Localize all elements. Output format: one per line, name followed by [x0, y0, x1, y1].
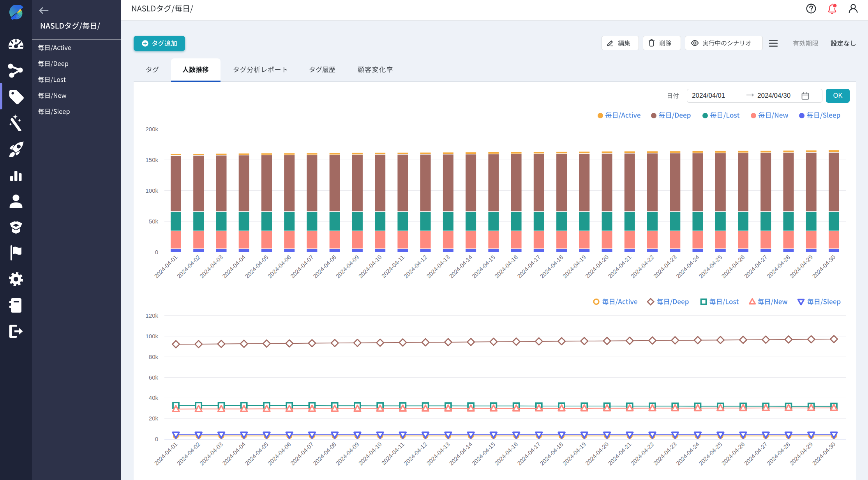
svg-text:2024-04-08: 2024-04-08 [312, 441, 337, 466]
svg-text:2024-04-09: 2024-04-09 [334, 441, 360, 466]
svg-text:0: 0 [155, 436, 158, 442]
svg-text:2024-04-29: 2024-04-29 [788, 254, 814, 280]
svg-text:2024-04-12: 2024-04-12 [402, 441, 428, 466]
svg-text:2024-04-19: 2024-04-19 [561, 254, 587, 280]
svg-text:2024-04-10: 2024-04-10 [357, 254, 383, 280]
svg-text:120k: 120k [145, 312, 158, 319]
svg-text:2024-04-25: 2024-04-25 [697, 254, 723, 280]
svg-text:2024-04-27: 2024-04-27 [743, 441, 769, 466]
svg-text:2024-04-01: 2024-04-01 [153, 441, 178, 466]
svg-text:2024-04-02: 2024-04-02 [176, 441, 201, 466]
svg-text:2024-04-25: 2024-04-25 [697, 441, 723, 466]
svg-text:2024-04-20: 2024-04-20 [584, 254, 610, 280]
svg-text:20k: 20k [149, 415, 159, 422]
svg-text:2024-04-30: 2024-04-30 [811, 441, 836, 466]
svg-text:2024-04-12: 2024-04-12 [402, 254, 428, 280]
svg-text:60k: 60k [149, 374, 159, 381]
svg-text:2024-04-26: 2024-04-26 [720, 441, 746, 466]
svg-text:2024-04-21: 2024-04-21 [607, 254, 632, 280]
svg-text:2024-04-11: 2024-04-11 [380, 254, 406, 279]
svg-text:0: 0 [155, 249, 158, 255]
svg-text:2024-04-15: 2024-04-15 [471, 254, 496, 280]
svg-text:2024-04-07: 2024-04-07 [289, 441, 315, 466]
svg-text:2024-04-18: 2024-04-18 [538, 441, 564, 466]
svg-text:2024-04-28: 2024-04-28 [766, 441, 791, 466]
svg-text:2024-04-05: 2024-04-05 [243, 441, 269, 466]
svg-text:2024-04-26: 2024-04-26 [720, 254, 746, 280]
svg-text:2024-04-22: 2024-04-22 [629, 254, 655, 280]
svg-text:2024-04-22: 2024-04-22 [629, 441, 655, 466]
svg-text:2024-04-13: 2024-04-13 [425, 441, 451, 466]
svg-text:2024-04-27: 2024-04-27 [743, 254, 769, 280]
svg-text:2024-04-17: 2024-04-17 [516, 254, 542, 280]
svg-text:2024-04-06: 2024-04-06 [266, 441, 292, 466]
svg-text:40k: 40k [149, 394, 159, 401]
svg-text:2024-04-08: 2024-04-08 [312, 254, 337, 280]
svg-text:2024-04-02: 2024-04-02 [176, 254, 201, 280]
svg-text:2024-04-07: 2024-04-07 [289, 254, 315, 280]
svg-text:2024-04-23: 2024-04-23 [652, 441, 678, 466]
svg-text:50k: 50k [149, 218, 159, 225]
svg-text:2024-04-09: 2024-04-09 [334, 254, 360, 280]
svg-text:2024-04-04: 2024-04-04 [221, 441, 247, 466]
svg-text:2024-04-15: 2024-04-15 [471, 441, 496, 466]
svg-text:100k: 100k [145, 187, 158, 194]
svg-text:2024-04-24: 2024-04-24 [675, 254, 700, 280]
svg-text:2024-04-29: 2024-04-29 [788, 441, 814, 466]
svg-text:2024-04-23: 2024-04-23 [652, 254, 678, 280]
svg-text:2024-04-10: 2024-04-10 [357, 441, 383, 466]
svg-text:2024-04-28: 2024-04-28 [766, 254, 791, 280]
svg-text:2024-04-16: 2024-04-16 [493, 441, 519, 466]
svg-text:2024-04-13: 2024-04-13 [425, 254, 451, 280]
svg-text:2024-04-04: 2024-04-04 [221, 254, 247, 280]
svg-text:2024-04-03: 2024-04-03 [198, 254, 224, 280]
svg-text:150k: 150k [145, 156, 158, 163]
svg-text:2024-04-19: 2024-04-19 [561, 441, 587, 466]
svg-text:2024-04-20: 2024-04-20 [584, 441, 610, 466]
svg-text:2024-04-11: 2024-04-11 [380, 441, 406, 466]
svg-text:2024-04-06: 2024-04-06 [266, 254, 292, 280]
svg-text:200k: 200k [145, 126, 158, 132]
svg-text:2024-04-14: 2024-04-14 [448, 441, 473, 466]
svg-text:2024-04-03: 2024-04-03 [198, 441, 224, 466]
svg-text:2024-04-14: 2024-04-14 [448, 254, 473, 280]
svg-text:2024-04-30: 2024-04-30 [811, 254, 836, 280]
svg-text:80k: 80k [149, 353, 159, 360]
svg-text:2024-04-21: 2024-04-21 [607, 441, 632, 466]
svg-text:2024-04-18: 2024-04-18 [538, 254, 564, 280]
svg-text:2024-04-16: 2024-04-16 [493, 254, 519, 280]
svg-text:100k: 100k [145, 333, 158, 339]
svg-text:2024-04-17: 2024-04-17 [516, 441, 542, 466]
svg-text:2024-04-24: 2024-04-24 [675, 441, 700, 466]
svg-text:2024-04-01: 2024-04-01 [153, 254, 178, 280]
svg-text:2024-04-05: 2024-04-05 [243, 254, 269, 280]
